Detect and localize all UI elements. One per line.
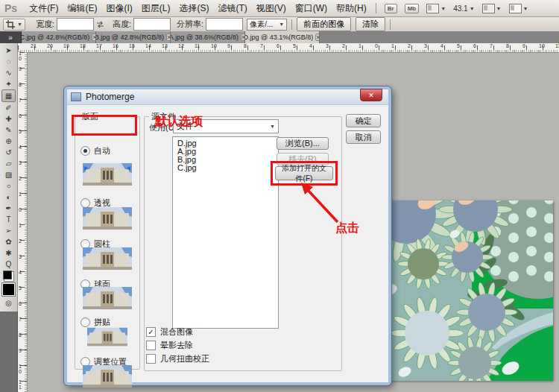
height-label: 高度:	[113, 19, 131, 30]
dialog-title-bar[interactable]: Photomerge	[67, 89, 388, 105]
arrange-documents-icon	[482, 4, 495, 13]
tool-preset-picker[interactable]: ▼	[3, 19, 25, 31]
checkbox-icon	[146, 341, 156, 350]
resolution-input[interactable]	[206, 18, 243, 31]
ruler-number: 11	[555, 43, 559, 48]
eraser-tool[interactable]: ▱	[2, 158, 15, 169]
ruler-number: 4	[19, 145, 24, 150]
menu-bar: Ps 文件(F)编辑(E)图像(I)图层(L)选择(S)滤镜(T)视图(V)窗口…	[0, 0, 559, 17]
front-image-button[interactable]: 前面的图像	[297, 17, 351, 31]
close-button[interactable]: ✕	[360, 89, 382, 101]
dodge-tool[interactable]: ◐	[2, 192, 15, 203]
chevron-down-icon: ▼	[17, 22, 22, 27]
marquee-tool[interactable]: ◌	[2, 56, 15, 67]
ruler-number: 2	[342, 43, 345, 48]
history-brush-tool[interactable]: ↺	[2, 147, 15, 158]
pen-tool[interactable]: ✒	[2, 203, 15, 214]
clear-button[interactable]: 清除	[356, 17, 385, 31]
layout-thumbnail	[83, 287, 132, 309]
checkbox-几何扭曲校正[interactable]: 几何扭曲校正	[146, 353, 209, 364]
menu-文件(F)[interactable]: 文件(F)	[25, 1, 63, 16]
type-tool[interactable]: T	[2, 214, 15, 225]
ruler-number: 7	[19, 317, 24, 322]
resolution-unit-value: 像素/...	[250, 19, 273, 30]
ruler-number: 1	[19, 192, 24, 197]
view-extras-button[interactable]: ▼	[426, 4, 446, 13]
healing-brush-tool[interactable]: ✚	[2, 113, 15, 124]
checkbox-label: 混合图像	[160, 326, 193, 338]
arrange-documents-button[interactable]: ▼	[482, 4, 502, 13]
browse-button[interactable]: 浏览(B)...	[277, 137, 329, 150]
height-input[interactable]	[133, 18, 171, 31]
ruler-number: 10	[19, 364, 24, 374]
shape-tool[interactable]: ✿	[2, 236, 15, 247]
quick-mask-button[interactable]: ◎	[2, 297, 15, 309]
checkbox-混合图像[interactable]: ✓混合图像	[146, 326, 193, 338]
ruler-number: 9	[19, 348, 24, 353]
menu-帮助(H)[interactable]: 帮助(H)	[332, 1, 371, 16]
menu-图像(I)[interactable]: 图像(I)	[101, 1, 136, 16]
foreground-color-swatch[interactable]	[2, 283, 15, 296]
menu-窗口(W)[interactable]: 窗口(W)	[291, 1, 332, 16]
checkbox-icon	[146, 354, 156, 364]
zoom-tool[interactable]: Q	[2, 259, 15, 270]
ruler-number: 18	[80, 43, 86, 48]
menu-视图(V)[interactable]: 视图(V)	[252, 1, 291, 16]
canvas-image-djpg[interactable]	[384, 200, 553, 381]
quick-selection-tool[interactable]: ✦	[2, 78, 15, 89]
ruler-number: 0	[19, 207, 24, 212]
dialog-icon	[71, 92, 81, 101]
path-selection-tool[interactable]: ➢	[2, 225, 15, 236]
mini-bridge-button[interactable]: Mb	[405, 4, 420, 13]
ruler-number: 5	[457, 43, 460, 48]
eyedropper-tool[interactable]: ✐	[2, 102, 15, 113]
layout-thumbnail	[87, 326, 127, 348]
brush-tool[interactable]: ✎	[2, 124, 15, 136]
layout-option-自动[interactable]: 自动	[80, 145, 110, 157]
document-tab-label: C.jpg @ 42.8%(RGB/8)	[22, 34, 89, 41]
ok-button[interactable]: 确定	[346, 114, 381, 127]
menu-图层(L)[interactable]: 图层(L)	[137, 1, 175, 16]
ruler-number: 10	[19, 51, 24, 61]
ruler-number: 7	[260, 43, 263, 48]
ruler-number: 4	[19, 270, 24, 275]
tab-close-icon[interactable]: ×	[315, 34, 320, 41]
file-list-item[interactable]: C.jpg	[177, 164, 278, 172]
chevron-down-icon: ▼	[440, 6, 446, 11]
layout-groupbox: 版面 自动透视圆柱球面拼贴调整位置	[75, 116, 140, 370]
menu-items: 文件(F)编辑(E)图像(I)图层(L)选择(S)滤镜(T)视图(V)窗口(W)…	[25, 1, 371, 16]
hand-tool[interactable]: ✱	[2, 247, 15, 259]
default-colors-icon[interactable]	[3, 271, 12, 279]
vertical-ruler: 1098765432101234567891011	[18, 52, 28, 392]
collapse-panels-button[interactable]: »	[0, 31, 22, 43]
cancel-button[interactable]: 取消	[346, 130, 381, 144]
separator	[291, 19, 292, 30]
checkbox-晕影去除[interactable]: 晕影去除	[146, 340, 193, 351]
screen-mode-button[interactable]: ▼	[509, 4, 528, 13]
document-tab[interactable]: B.jpg @ 42.8%(RGB/8)×	[96, 31, 171, 43]
source-file-list[interactable]: D.jpgA.jpgB.jpgC.jpg	[172, 136, 279, 329]
document-tab[interactable]: C.jpg @ 42.8%(RGB/8)×	[22, 31, 96, 43]
menu-滤镜(T)[interactable]: 滤镜(T)	[213, 1, 251, 16]
menu-选择(S)[interactable]: 选择(S)	[174, 1, 213, 16]
blur-tool[interactable]: ○	[2, 180, 15, 192]
zoom-level-dropdown[interactable]: 43.1 ▼	[453, 4, 474, 13]
bridge-icon: Br	[385, 4, 397, 13]
lasso-tool[interactable]: ∿	[2, 67, 15, 78]
bridge-button[interactable]: Br	[385, 4, 397, 13]
menu-编辑(E)[interactable]: 编辑(E)	[63, 1, 101, 16]
ruler-number: 16	[113, 43, 119, 48]
move-tool[interactable]: ➤	[2, 45, 15, 56]
ruler-number: 8	[19, 82, 24, 87]
ruler-number: 6	[19, 113, 24, 118]
document-tab[interactable]: A.jpg @ 38.6%(RGB/8)×	[171, 31, 245, 43]
ruler-number: 9	[19, 66, 24, 72]
width-input[interactable]	[57, 18, 94, 31]
swap-dimensions-icon[interactable]	[95, 21, 105, 28]
crop-tool[interactable]: ▦	[1, 89, 16, 102]
resolution-unit-dropdown[interactable]: 像素/... ▼	[247, 19, 287, 31]
gradient-tool[interactable]: ▨	[2, 169, 15, 180]
clone-stamp-tool[interactable]: ⊕	[2, 136, 15, 147]
document-tab[interactable]: D.jpg @ 43.1%(RGB/8)×	[245, 31, 320, 43]
resolution-label: 分辨率:	[177, 19, 203, 30]
